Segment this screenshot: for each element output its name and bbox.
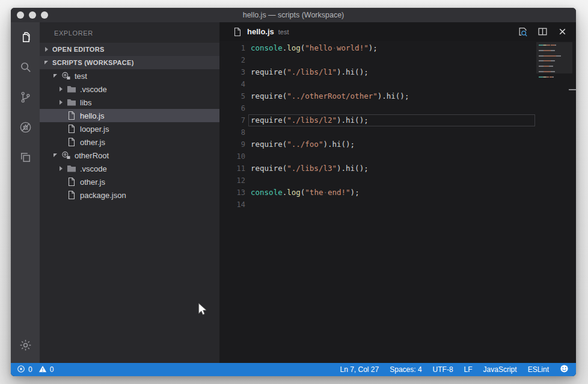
twisty-spacer bbox=[58, 192, 64, 198]
code-line bbox=[251, 78, 528, 90]
tree-item-libs[interactable]: libs bbox=[40, 96, 219, 109]
files-icon bbox=[19, 30, 32, 46]
tab-bar: hello.js test bbox=[219, 22, 576, 41]
twisty-icon bbox=[44, 60, 50, 66]
tree-item-looper-js[interactable]: looper.js bbox=[40, 122, 219, 135]
debug-icon bbox=[19, 120, 32, 137]
tree-item-other-js[interactable]: other.js bbox=[40, 175, 219, 188]
status-warnings[interactable]: 0 bbox=[38, 365, 54, 375]
code-content: console.log("hello·world!");require("./l… bbox=[251, 42, 528, 211]
section-label: SCRIPTS (WORKSPACE) bbox=[52, 59, 134, 66]
window-title: hello.js — scripts (Workspace) bbox=[11, 8, 576, 22]
status-cursor-position[interactable]: Ln 7, Col 27 bbox=[340, 365, 379, 374]
tree-item-label: package.json bbox=[80, 191, 126, 200]
tree-item-other-js[interactable]: other.js bbox=[40, 135, 219, 149]
status-language-mode[interactable]: JavaScript bbox=[483, 365, 517, 374]
tree-item-label: hello.js bbox=[80, 111, 104, 120]
sidebar-explorer: EXPLORER OPEN EDITORSSCRIPTS (WORKSPACE)… bbox=[40, 22, 219, 363]
line-number: 4 bbox=[219, 78, 245, 90]
line-number: 14 bbox=[219, 199, 245, 211]
status-indentation[interactable]: Spaces: 4 bbox=[390, 365, 421, 374]
tree-item--vscode[interactable]: .vscode bbox=[40, 162, 219, 175]
status-eslint[interactable]: ESLint bbox=[528, 365, 549, 374]
status-label: LF bbox=[464, 365, 473, 374]
line-number: 5 bbox=[219, 90, 245, 102]
twisty-icon bbox=[58, 99, 64, 105]
activity-search-button[interactable] bbox=[11, 54, 40, 82]
split-editor-button[interactable] bbox=[537, 26, 548, 37]
extensions-icon bbox=[19, 150, 32, 167]
file-icon bbox=[67, 124, 76, 134]
status-label: Spaces: 4 bbox=[390, 365, 421, 374]
code-editor[interactable]: 1234567891011121314 console.log("hello·w… bbox=[219, 41, 576, 363]
status-bar: 00 Ln 7, Col 27Spaces: 4UTF-8LFJavaScrip… bbox=[11, 363, 576, 376]
status-encoding[interactable]: UTF-8 bbox=[433, 365, 453, 374]
vscode-window: hello.js — scripts (Workspace) EXPLORER … bbox=[11, 8, 576, 376]
tree-item-label: other.js bbox=[80, 138, 105, 147]
tree-item-package-json[interactable]: package.json bbox=[40, 188, 219, 202]
tab-hello-js[interactable]: hello.js test bbox=[219, 22, 298, 41]
tree-item--vscode[interactable]: .vscode bbox=[40, 82, 219, 96]
root-folder-icon bbox=[61, 71, 71, 81]
code-line: require("../foo").hi(); bbox=[251, 138, 528, 150]
status-eol[interactable]: LF bbox=[464, 365, 473, 374]
folder-icon bbox=[67, 98, 76, 107]
tree-item-hello-js[interactable]: hello.js bbox=[40, 109, 219, 122]
activity-source-control-button[interactable] bbox=[11, 84, 40, 113]
minimap-line bbox=[539, 76, 554, 78]
tree-item-otherroot[interactable]: otherRoot bbox=[40, 149, 219, 162]
twisty-icon bbox=[53, 152, 59, 158]
code-line: console.log("the·end!"); bbox=[251, 187, 528, 199]
twisty-spacer bbox=[58, 113, 64, 119]
minimap-slider[interactable] bbox=[536, 42, 572, 73]
activity-explorer-button[interactable] bbox=[11, 23, 40, 52]
status-label: UTF-8 bbox=[433, 365, 453, 374]
status-feedback[interactable] bbox=[560, 364, 569, 375]
section-open-editors[interactable]: OPEN EDITORS bbox=[40, 43, 219, 56]
twisty-spacer bbox=[58, 139, 64, 145]
tab-label: hello.js bbox=[247, 27, 274, 36]
desktop-background: hello.js — scripts (Workspace) EXPLORER … bbox=[0, 0, 588, 384]
workbench: EXPLORER OPEN EDITORSSCRIPTS (WORKSPACE)… bbox=[11, 22, 576, 363]
status-errors[interactable]: 0 bbox=[17, 365, 32, 375]
line-number: 6 bbox=[219, 102, 245, 114]
explorer-tree: OPEN EDITORSSCRIPTS (WORKSPACE)test.vsco… bbox=[40, 43, 219, 202]
twisty-icon bbox=[58, 86, 64, 92]
code-line: require("./libs/l1").hi(); bbox=[251, 66, 528, 78]
status-label: 0 bbox=[50, 365, 54, 374]
tree-item-label: .vscode bbox=[80, 85, 107, 94]
close-tab-button[interactable] bbox=[557, 26, 568, 37]
minimap-line bbox=[539, 45, 556, 46]
minimap-line bbox=[539, 66, 553, 67]
line-number: 7 bbox=[219, 114, 245, 126]
open-preview-button[interactable] bbox=[518, 26, 528, 37]
line-number: 12 bbox=[219, 175, 245, 187]
activity-settings-button[interactable] bbox=[11, 332, 40, 361]
status-label: Ln 7, Col 27 bbox=[340, 365, 379, 374]
code-line bbox=[251, 102, 528, 114]
root-folder-icon bbox=[61, 150, 71, 160]
status-label: ESLint bbox=[528, 365, 549, 374]
code-line bbox=[251, 175, 528, 187]
line-number: 1 bbox=[219, 42, 245, 54]
twisty-icon bbox=[44, 46, 50, 52]
titlebar[interactable]: hello.js — scripts (Workspace) bbox=[11, 8, 576, 22]
overview-ruler-marker bbox=[569, 89, 576, 90]
file-icon bbox=[67, 137, 76, 147]
tree-item-label: other.js bbox=[80, 178, 105, 187]
tree-item-test[interactable]: test bbox=[40, 69, 219, 82]
section-scripts-workspace-[interactable]: SCRIPTS (WORKSPACE) bbox=[40, 56, 219, 69]
line-number-gutter: 1234567891011121314 bbox=[219, 42, 245, 211]
tree-item-label: looper.js bbox=[80, 125, 109, 134]
tree-item-label: libs bbox=[80, 98, 92, 107]
minimap-line bbox=[539, 55, 561, 57]
minimap[interactable] bbox=[536, 42, 572, 136]
tab-detail: test bbox=[278, 28, 289, 36]
activity-debug-button[interactable] bbox=[11, 114, 40, 143]
file-icon bbox=[67, 177, 76, 187]
twisty-spacer bbox=[58, 126, 64, 132]
code-line: require("./libs/l2").hi(); bbox=[251, 114, 528, 126]
activity-extensions-button[interactable] bbox=[11, 144, 40, 173]
activity-bar bbox=[11, 22, 40, 363]
minimap-line bbox=[539, 60, 555, 61]
